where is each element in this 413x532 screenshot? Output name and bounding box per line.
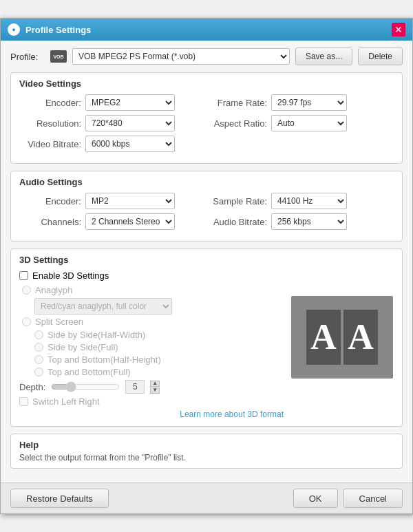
dialog-content: Profile: VOB VOB MPEG2 PS Format (*.vob)… xyxy=(1,41,412,482)
profile-row: Profile: VOB VOB MPEG2 PS Format (*.vob)… xyxy=(10,47,403,65)
encoder-label: Encoder: xyxy=(19,98,81,108)
titlebar: ● Profile Settings ✕ xyxy=(1,19,412,41)
delete-button[interactable]: Delete xyxy=(358,47,403,65)
frame-rate-select[interactable]: 29.97 fps xyxy=(271,94,347,111)
switch-row: Switch Left Right xyxy=(19,396,284,407)
enable-3d-checkbox[interactable] xyxy=(19,271,28,280)
depth-value: 5 xyxy=(125,380,145,394)
video-bitrate-select[interactable]: 6000 kbps xyxy=(85,136,175,152)
enable-3d-label[interactable]: Enable 3D Settings xyxy=(32,270,109,281)
tb-half-row: Top and Bottom(Half-Height) xyxy=(19,354,284,365)
video-settings-title: Video Settings xyxy=(19,78,394,89)
depth-slider[interactable] xyxy=(51,381,120,392)
frame-rate-row: Frame Rate: 29.97 fps xyxy=(212,94,394,111)
3d-settings-section: 3D Settings Enable 3D Settings Anaglyph … xyxy=(10,248,403,427)
sbs-half-row: Side by Side(Half-Width) xyxy=(19,330,284,340)
3d-settings-left: 3D Settings Enable 3D Settings Anaglyph … xyxy=(19,255,284,419)
help-text: Select the output format from the "Profi… xyxy=(19,453,394,462)
switch-lr-label[interactable]: Switch Left Right xyxy=(32,396,100,407)
split-screen-row: Split Screen xyxy=(19,317,284,327)
depth-row: Depth: 5 ▲ ▼ xyxy=(19,380,284,394)
ok-button[interactable]: OK xyxy=(293,489,338,508)
audio-settings-row2: Channels: 2 Channels Stereo Audio Bitrat… xyxy=(19,213,394,234)
tb-full-radio[interactable] xyxy=(34,368,43,376)
tb-full-label[interactable]: Top and Bottom(Full) xyxy=(47,367,131,377)
learn-more-row: Learn more about 3D format xyxy=(19,409,284,419)
split-screen-label[interactable]: Split Screen xyxy=(35,317,83,327)
sample-rate-select[interactable]: 44100 Hz xyxy=(271,193,347,209)
video-settings-row2: Resolution: 720*480 Aspect Ratio: Auto xyxy=(19,115,394,136)
channels-row: Channels: 2 Channels Stereo xyxy=(19,213,201,230)
tb-full-row: Top and Bottom(Full) xyxy=(19,367,284,377)
help-title: Help xyxy=(19,440,394,450)
frame-rate-label: Frame Rate: xyxy=(212,98,267,108)
video-bitrate-label: Video Bitrate: xyxy=(19,139,81,149)
sbs-full-row: Side by Side(Full) xyxy=(19,342,284,352)
close-button[interactable]: ✕ xyxy=(392,23,405,36)
aspect-ratio-select[interactable]: Auto xyxy=(271,115,347,131)
depth-down-button[interactable]: ▼ xyxy=(150,387,160,394)
sbs-half-label[interactable]: Side by Side(Half-Width) xyxy=(47,330,145,340)
audio-settings-row1: Encoder: MP2 Sample Rate: 44100 Hz xyxy=(19,193,394,213)
sbs-half-radio[interactable] xyxy=(34,330,43,339)
split-screen-radio[interactable] xyxy=(22,317,31,326)
channels-label: Channels: xyxy=(19,217,81,227)
depth-label: Depth: xyxy=(19,382,45,392)
switch-lr-checkbox[interactable] xyxy=(19,397,28,406)
encoder-select[interactable]: MPEG2 xyxy=(85,94,175,111)
3d-settings-title: 3D Settings xyxy=(19,255,284,265)
restore-defaults-button[interactable]: Restore Defaults xyxy=(10,489,109,508)
video-bitrate-row: Video Bitrate: 6000 kbps xyxy=(19,136,394,152)
audio-encoder-row: Encoder: MP2 xyxy=(19,193,201,209)
audio-settings-section: Audio Settings Encoder: MP2 Sample Rate:… xyxy=(10,171,403,242)
tb-half-label[interactable]: Top and Bottom(Half-Height) xyxy=(47,354,161,365)
aa-preview: A A xyxy=(291,296,393,379)
audio-bitrate-label: Audio Bitrate: xyxy=(212,217,267,227)
titlebar-left: ● Profile Settings xyxy=(8,23,91,36)
footer: Restore Defaults OK Cancel xyxy=(1,482,412,513)
dialog-window: ● Profile Settings ✕ Profile: VOB VOB MP… xyxy=(0,18,413,514)
anaglyph-sub-row: Red/cyan anaglyph, full color xyxy=(19,298,284,315)
dialog-title: Profile Settings xyxy=(25,25,91,35)
aa-letters: A A xyxy=(306,310,378,365)
audio-encoder-select[interactable]: MP2 xyxy=(85,193,175,209)
app-icon: ● xyxy=(8,23,20,36)
resolution-select[interactable]: 720*480 xyxy=(85,115,175,131)
aspect-ratio-label: Aspect Ratio: xyxy=(212,118,267,129)
audio-bitrate-row: Audio Bitrate: 256 kbps xyxy=(212,213,394,230)
enable-3d-row: Enable 3D Settings xyxy=(19,270,284,281)
profile-select[interactable]: VOB MPEG2 PS Format (*.vob) xyxy=(72,48,290,65)
profile-format-icon: VOB xyxy=(50,50,67,63)
channels-select[interactable]: 2 Channels Stereo xyxy=(85,213,175,230)
encoder-row: Encoder: MPEG2 xyxy=(19,94,201,111)
learn-more-link[interactable]: Learn more about 3D format xyxy=(180,409,284,419)
depth-up-button[interactable]: ▲ xyxy=(150,381,160,387)
cancel-button[interactable]: Cancel xyxy=(343,489,403,508)
anaglyph-radio[interactable] xyxy=(22,286,31,295)
anaglyph-type-select[interactable]: Red/cyan anaglyph, full color xyxy=(34,298,172,315)
video-settings-row1: Encoder: MPEG2 Frame Rate: 29.97 fps xyxy=(19,94,394,115)
depth-spinners: ▲ ▼ xyxy=(150,381,160,394)
sample-rate-row: Sample Rate: 44100 Hz xyxy=(212,193,394,209)
help-section: Help Select the output format from the "… xyxy=(10,434,403,469)
footer-right-buttons: OK Cancel xyxy=(293,489,403,508)
aa-letter-right: A xyxy=(343,310,378,365)
3d-preview-panel: A A xyxy=(290,255,394,419)
sbs-full-radio[interactable] xyxy=(34,343,43,352)
sbs-full-label[interactable]: Side by Side(Full) xyxy=(47,342,118,352)
resolution-label: Resolution: xyxy=(19,118,81,129)
aspect-ratio-row: Aspect Ratio: Auto xyxy=(212,115,394,131)
video-settings-section: Video Settings Encoder: MPEG2 Frame Rate… xyxy=(10,72,403,164)
sample-rate-label: Sample Rate: xyxy=(212,196,267,206)
anaglyph-label[interactable]: Anaglyph xyxy=(35,285,72,295)
profile-label: Profile: xyxy=(10,52,45,62)
tb-half-radio[interactable] xyxy=(34,355,43,364)
audio-bitrate-select[interactable]: 256 kbps xyxy=(271,213,347,230)
save-as-button[interactable]: Save as... xyxy=(295,47,352,65)
audio-settings-title: Audio Settings xyxy=(19,177,394,187)
resolution-row: Resolution: 720*480 xyxy=(19,115,201,131)
aa-letter-left: A xyxy=(306,310,341,365)
anaglyph-row: Anaglyph xyxy=(19,285,284,295)
audio-encoder-label: Encoder: xyxy=(19,196,81,206)
